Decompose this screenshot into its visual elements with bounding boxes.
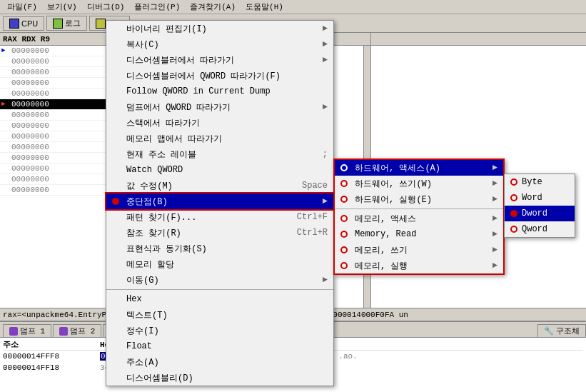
log-label: 로그: [65, 18, 81, 29]
menubar: 파일(F) 보기(V) 디버그(D) 플러그인(P) 즐겨찾기(A) 도움말(H…: [0, 0, 586, 14]
menu-debug[interactable]: 디버그(D): [83, 1, 129, 13]
ctx-text[interactable]: 텍스트(T): [106, 307, 333, 323]
sub1-hw-write-label: 하드웨어, 쓰기(W): [355, 178, 432, 190]
sub2-word[interactable]: Word: [505, 190, 575, 206]
ctx-edit-value[interactable]: 값 수정(M)Space: [106, 178, 333, 194]
ctx-label[interactable]: 현재 주소 레이블;: [106, 146, 333, 162]
sub1-mem-read-label: Memory, Read: [355, 229, 416, 239]
log-icon: [53, 19, 63, 29]
context-menu: 바이너리 편집기(I)► 복사(C)► 디스어셈블러에서 따라가기► 디스어셈블…: [106, 20, 334, 386]
sub2-byte[interactable]: Byte: [505, 174, 575, 190]
stack-header: [371, 33, 586, 46]
sub1-hw-access-label: 하드웨어, 액세스(A): [355, 162, 440, 174]
dword-icon: [509, 208, 519, 218]
cpu-label: CPU: [21, 19, 38, 28]
ctx-follow-qword[interactable]: 디스어셈블러에서 QWORD 따라가기(F): [106, 68, 333, 84]
sub2-byte-label: Byte: [522, 177, 542, 187]
dump-ascii-0: .ao.: [338, 352, 357, 361]
cpu-icon: [9, 19, 19, 29]
ctx-ref-find[interactable]: 참조 찾기(R)Ctrl+R: [106, 225, 333, 241]
ctx-breakpoint[interactable]: 중단점(B) ►: [106, 194, 333, 209]
ctx-copy[interactable]: 복사(C)►: [106, 36, 333, 52]
dump-addr-1: 00000014FF18: [3, 363, 96, 372]
dump2-label: 덤프 2: [70, 326, 95, 336]
structure-label: 구조체: [556, 326, 580, 336]
menu-help[interactable]: 도움말(H): [241, 1, 288, 13]
addr-col-header: 주소: [3, 339, 96, 350]
sub2-dword[interactable]: Dword: [505, 206, 575, 221]
dump-tab-1[interactable]: 덤프 1: [3, 324, 51, 337]
ctx-disasm[interactable]: 디스어셈블리(D): [106, 370, 333, 386]
ctx-follow-current-dump[interactable]: Follow QWORD in Current Dump: [106, 84, 333, 99]
sub1-hw-access[interactable]: 하드웨어, 액세스(A) ►: [335, 160, 503, 176]
hw-write-icon: [339, 179, 349, 189]
mem-exec-icon: [339, 261, 349, 271]
dump2-icon: [59, 327, 68, 336]
dump1-label: 덤프 1: [20, 326, 45, 336]
stack-rows: [371, 46, 586, 49]
qword-icon: [509, 224, 519, 234]
word-icon: [509, 193, 519, 203]
ctx-memmap-follow[interactable]: 메모리 맵에서 따라가기: [106, 131, 333, 146]
ctx-dump-qword[interactable]: 덤프에서 QWORD 따라가기►: [106, 99, 333, 115]
ctx-addr[interactable]: 주소(A): [106, 354, 333, 370]
hw-access-icon: [339, 163, 349, 173]
ctx-int[interactable]: 정수(I): [106, 323, 333, 338]
sub1-mem-read[interactable]: Memory, Read ►: [335, 226, 503, 242]
dump-tab-2[interactable]: 덤프 2: [53, 324, 101, 337]
sub2-word-label: Word: [522, 193, 542, 203]
mem-write-icon: [339, 245, 349, 255]
toolbar-log[interactable]: 로그: [46, 16, 87, 31]
menu-view[interactable]: 보기(V): [43, 1, 81, 13]
menu-plugin[interactable]: 플러그인(P): [130, 1, 184, 13]
ctx-watch[interactable]: Watch QWORD: [106, 162, 333, 178]
menu-fav[interactable]: 즐겨찾기(A): [186, 1, 240, 13]
dump-addr-0: 00000014FFF8: [3, 352, 96, 361]
sub1-mem-access[interactable]: 메모리, 액세스 ►: [335, 211, 503, 226]
sub2-dword-label: Dword: [522, 208, 547, 218]
ctx-breakpoint-label: 중단점(B): [126, 196, 168, 208]
mem-access-icon: [339, 213, 349, 223]
hw-exec-icon: [339, 194, 349, 204]
ctx-float[interactable]: Float: [106, 338, 333, 354]
sub1-mem-write[interactable]: 메모리, 쓰기 ►: [335, 242, 503, 258]
reg-header-label: RAX RDX R9: [3, 35, 50, 44]
structure-tab[interactable]: 🔧 구조체: [537, 324, 586, 337]
ctx-hex[interactable]: Hex: [106, 291, 333, 307]
ctx-sync[interactable]: 표현식과 동기화(S): [106, 241, 333, 256]
ctx-goto[interactable]: 이동(G)►: [106, 272, 333, 288]
sub1-mem-exec[interactable]: 메모리, 실행 ►: [335, 258, 503, 273]
ctx-mem-alloc[interactable]: 메모리 할당: [106, 256, 333, 272]
sub1-hw-exec[interactable]: 하드웨어, 실행(E) ►: [335, 191, 503, 207]
sub1-mem-exec-label: 메모리, 실행: [355, 260, 408, 272]
menu-file[interactable]: 파일(F): [3, 1, 41, 13]
breakpoint-icon: [111, 196, 121, 206]
ctx-pattern-find[interactable]: 패턴 찾기(F)...Ctrl+F: [106, 209, 333, 225]
mem-read-icon: [339, 229, 349, 239]
structure-icon: 🔧: [544, 326, 554, 336]
sub1-mem-access-label: 메모리, 액세스: [355, 213, 416, 225]
submenu-breakpoint: 하드웨어, 액세스(A) ► 하드웨어, 쓰기(W) ► 하드웨어, 실행(E)…: [333, 159, 505, 275]
ctx-binary[interactable]: 바이너리 편집기(I)►: [106, 21, 333, 36]
dump1-icon: [9, 327, 18, 336]
sub1-hw-exec-label: 하드웨어, 실행(E): [355, 194, 432, 206]
ctx-follow-stack[interactable]: 스택에서 따라가기: [106, 115, 333, 131]
sub2-qword[interactable]: Qword: [505, 221, 575, 237]
byte-icon: [509, 177, 519, 187]
ctx-follow-dis[interactable]: 디스어셈블러에서 따라가기►: [106, 52, 333, 68]
toolbar-cpu[interactable]: CPU: [3, 16, 44, 31]
sub1-mem-write-label: 메모리, 쓰기: [355, 244, 408, 256]
sub1-hw-write[interactable]: 하드웨어, 쓰기(W) ►: [335, 176, 503, 191]
sub2-qword-label: Qword: [522, 224, 547, 234]
memo-icon: [96, 19, 106, 29]
submenu-size: Byte Word Dword Qword: [504, 174, 575, 238]
